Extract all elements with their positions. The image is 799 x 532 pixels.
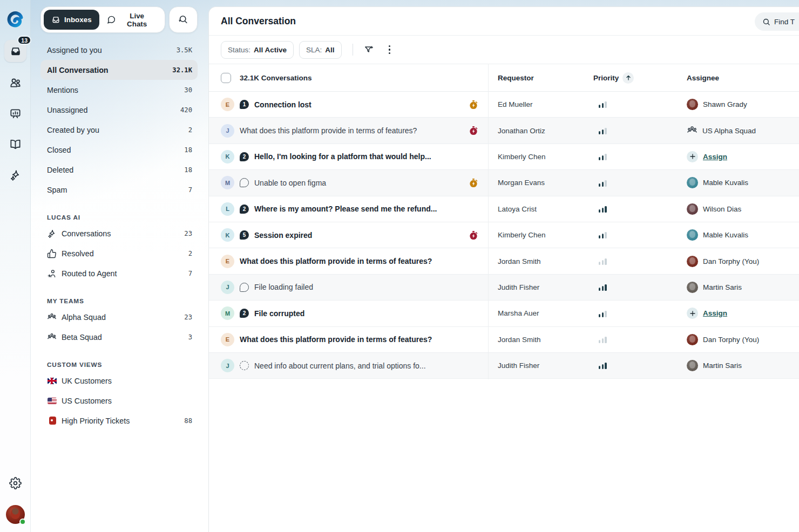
sidebar-item-all-conversation[interactable]: All Conversation32.1K (40, 60, 198, 80)
priority-bar (599, 235, 600, 238)
sidebar-item-spam[interactable]: Spam7 (40, 180, 198, 200)
conversation-title: What does this platform provide in terms… (240, 335, 432, 344)
requestor-name: Judith Fisher (498, 353, 539, 378)
assign-plus-icon[interactable] (687, 151, 698, 162)
conversation-row[interactable]: JNeed info about current plans, and tria… (209, 353, 799, 379)
section-title: LUCAS AI (40, 211, 198, 223)
conversation-row[interactable]: EWhat does this platform provide in term… (209, 248, 799, 274)
sidebar-item-label: Unassigned (47, 106, 88, 114)
sidebar-item-unassigned[interactable]: Unassigned420 (40, 100, 198, 120)
sla-filter-value: All (325, 46, 334, 54)
select-all-checkbox[interactable] (221, 73, 231, 83)
sidebar-item-label: US Customers (62, 397, 192, 405)
conversation-row[interactable]: E1Connection lostEd MuellerShawn Grady (209, 92, 799, 118)
more-options-button[interactable] (382, 42, 397, 57)
nav-reports-icon[interactable] (9, 107, 22, 120)
section-lucas-ai: LUCAS AIConversations23Resolved2Routed t… (40, 211, 198, 283)
message-bubble-icon (240, 178, 249, 187)
flag-us-icon (47, 396, 57, 406)
sidebar-item-label: UK Customers (62, 377, 192, 385)
assignee-avatar (687, 256, 698, 267)
sidebar-item-label: Alpha Squad (62, 313, 184, 322)
sidebar-item-conversations[interactable]: Conversations23 (40, 223, 198, 243)
sidebar-item-mentions[interactable]: Mentions30 (40, 80, 198, 100)
sidebar-item-routed-to-agent[interactable]: Routed to Agent7 (40, 263, 198, 283)
conversation-row[interactable]: K5Session expiredKimberly ChenMable Kuva… (209, 222, 799, 248)
priority-bar (605, 128, 606, 134)
sidebar-item-alpha-squad[interactable]: Alpha Squad23 (40, 307, 198, 327)
assignee-team-name: US Alpha Squad (702, 127, 756, 135)
sidebar-item-assigned-to-you[interactable]: Assigned to you3.5K (40, 40, 198, 60)
sidebar-item-us-customers[interactable]: US Customers (40, 391, 198, 411)
settings-gear-icon[interactable] (9, 477, 22, 489)
sidebar-item-beta-squad[interactable]: Beta Squad3 (40, 327, 198, 347)
sidebar-item-resolved[interactable]: Resolved2 (40, 243, 198, 263)
nav-knowledge-base-icon[interactable] (9, 138, 22, 151)
nav-inbox-button[interactable]: 13 (4, 40, 26, 62)
conversation-row[interactable]: M2File corruptedMarsha AuerAssign (209, 301, 799, 326)
nav-contacts-icon[interactable] (9, 77, 22, 89)
priority-indicator (599, 92, 607, 117)
ai-icon (47, 229, 57, 238)
requestor-avatar: E (221, 255, 234, 268)
sort-ascending-icon[interactable] (622, 72, 634, 84)
sidebar-item-closed[interactable]: Closed18 (40, 140, 198, 160)
priority-bar (599, 209, 600, 213)
sidebar-item-deleted[interactable]: Deleted18 (40, 160, 198, 180)
assignee-avatar (687, 99, 698, 110)
requestor-avatar: J (221, 281, 234, 294)
priority-bar (599, 262, 600, 265)
user-avatar[interactable] (6, 505, 25, 524)
status-filter[interactable]: Status: All Active (221, 41, 294, 59)
segmented-control: Inboxes Live Chats (40, 6, 165, 33)
sidebar-item-uk-customers[interactable]: UK Customers (40, 371, 198, 391)
search-icon (762, 18, 770, 26)
requestor-avatar: K (221, 150, 234, 163)
priority-bar (605, 154, 606, 160)
assign-link[interactable]: Assign (703, 153, 727, 161)
assignee-name: Mable Kuvalis (703, 231, 748, 239)
assignee-cell: Assign (687, 144, 727, 169)
conversation-row[interactable]: L2Where is my amount? Please send me the… (209, 196, 799, 222)
sidebar-item-label: Mentions (47, 86, 78, 94)
nav-ai-icon[interactable] (9, 169, 22, 181)
sla-timer-icon (469, 100, 478, 110)
conversation-title: What does this platform provide in terms… (240, 257, 432, 265)
tab-inboxes[interactable]: Inboxes (44, 10, 99, 30)
sidebar-search-button[interactable] (169, 6, 198, 33)
requestor-avatar: J (221, 124, 234, 138)
tab-live-chats[interactable]: Live Chats (99, 10, 162, 30)
sla-filter[interactable]: SLA: All (299, 41, 342, 59)
priority-bar (602, 364, 604, 369)
column-priority-label: Priority (593, 74, 619, 82)
requestor-avatar: M (221, 306, 234, 320)
priority-bar (605, 180, 606, 187)
find-ticket-button[interactable]: Find T (755, 12, 799, 31)
assign-plus-icon[interactable] (687, 308, 698, 319)
assignee-cell: Martin Saris (687, 353, 742, 378)
column-priority[interactable]: Priority (593, 64, 634, 91)
brand-logo-icon[interactable] (6, 11, 24, 29)
sla-filter-label: SLA: (306, 46, 322, 54)
sidebar-item-count: 420 (180, 106, 192, 114)
add-filter-button[interactable] (362, 42, 377, 57)
sidebar-item-created-by-you[interactable]: Created by you2 (40, 120, 198, 140)
section-custom-views: CUSTOM VIEWSUK CustomersUS CustomersHigh… (40, 358, 198, 431)
conversation-row[interactable]: JWhat does this platform provide in term… (209, 118, 799, 144)
conversation-row[interactable]: EWhat does this platform provide in term… (209, 327, 799, 353)
column-requestor: Requestor (498, 64, 534, 91)
priority-bar (605, 337, 606, 343)
sidebar-item-label: Resolved (62, 249, 188, 258)
assignee-name: Shawn Grady (703, 100, 747, 108)
conversation-title: Unable to open figma (254, 179, 326, 187)
sidebar-item-high-priority-tickets[interactable]: High Priority Tickets88 (40, 411, 198, 431)
priority-bar (599, 340, 600, 343)
priority-bar (605, 232, 606, 238)
conversation-row[interactable]: JFile loading failedJudith FisherMartin … (209, 275, 799, 301)
unread-count-badge: 2 (240, 204, 249, 214)
conversation-row[interactable]: K2Hello, I'm looking for a platform that… (209, 144, 799, 170)
sidebar-item-label: Beta Squad (62, 333, 188, 342)
requestor-avatar: E (221, 98, 234, 111)
conversation-row[interactable]: MUnable to open figmaMorgan EvansMable K… (209, 170, 799, 196)
assign-link[interactable]: Assign (703, 309, 727, 317)
